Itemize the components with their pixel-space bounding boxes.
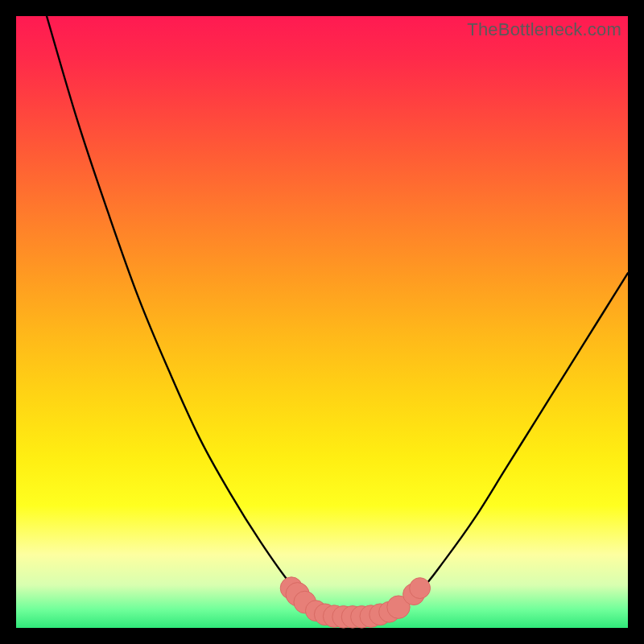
valley-marker xyxy=(410,578,431,599)
chart-svg xyxy=(16,16,628,628)
curve-group xyxy=(47,16,628,617)
bottleneck-curve xyxy=(47,16,628,617)
chart-frame: TheBottleneck.com xyxy=(16,16,628,628)
marker-group xyxy=(280,577,430,628)
